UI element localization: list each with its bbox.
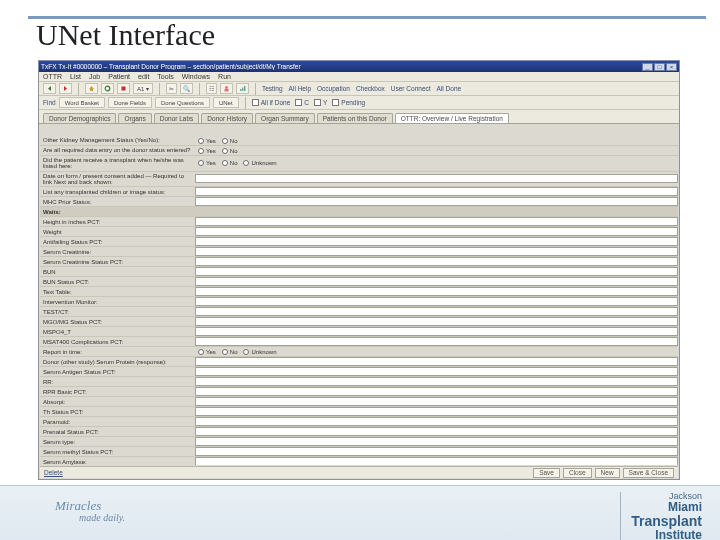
text-input[interactable]	[195, 407, 678, 416]
tab[interactable]: Donor History	[201, 113, 253, 123]
text-input[interactable]	[195, 287, 678, 296]
toolbar-button[interactable]: Done Questions	[155, 97, 210, 108]
menu-ottr[interactable]: OTTR	[43, 73, 62, 80]
text-input[interactable]	[195, 277, 678, 286]
footer-logo: Jackson Miami Transplant Institute	[620, 492, 702, 540]
radio-button[interactable]	[198, 148, 204, 154]
form-row: Absorpt:	[40, 397, 678, 407]
toolbar-checkbox[interactable]: Pending	[332, 99, 365, 106]
tab[interactable]: Organ Summary	[255, 113, 315, 123]
toolbar-checkbox[interactable]: All if Done	[252, 99, 291, 106]
menu-list[interactable]: List	[70, 73, 81, 80]
close-button[interactable]: ×	[666, 63, 677, 71]
toolbar-link[interactable]: Occupation	[317, 85, 350, 92]
text-input[interactable]	[195, 247, 678, 256]
text-input[interactable]	[195, 367, 678, 376]
status-button[interactable]: Close	[563, 468, 592, 478]
radio-button[interactable]	[222, 138, 228, 144]
toolbar-link[interactable]: User Connect	[391, 85, 431, 92]
minimize-button[interactable]: _	[642, 63, 653, 71]
text-input[interactable]	[195, 457, 678, 465]
tab[interactable]: Donor Demographics	[43, 113, 116, 123]
tagline-sub: made daily.	[55, 512, 125, 523]
text-input[interactable]	[195, 197, 678, 206]
search-icon[interactable]: 🔍	[180, 83, 193, 94]
toolbar-link[interactable]: All Help	[289, 85, 311, 92]
text-input[interactable]	[195, 267, 678, 276]
home-icon[interactable]	[85, 83, 98, 94]
field-label: MSPO4_T	[40, 328, 195, 336]
radio-label: Yes	[206, 160, 216, 166]
stop-icon[interactable]	[117, 83, 130, 94]
radio-button[interactable]	[222, 349, 228, 355]
text-input[interactable]	[195, 317, 678, 326]
menu-tools[interactable]: Tools	[157, 73, 173, 80]
radio-button[interactable]	[222, 148, 228, 154]
text-input[interactable]	[195, 447, 678, 456]
cut-icon[interactable]: ✂	[166, 83, 177, 94]
menu-job[interactable]: Job	[89, 73, 100, 80]
toolbar-link[interactable]: All Done	[437, 85, 462, 92]
text-input[interactable]	[195, 427, 678, 436]
text-input[interactable]	[195, 357, 678, 366]
maximize-button[interactable]: □	[654, 63, 665, 71]
text-input[interactable]	[195, 377, 678, 386]
toolbar-button[interactable]: Done Fields	[108, 97, 152, 108]
text-input[interactable]	[195, 257, 678, 266]
text-input[interactable]	[195, 187, 678, 196]
text-input[interactable]	[195, 237, 678, 246]
tab[interactable]: Organs	[118, 113, 151, 123]
radio-button[interactable]	[198, 160, 204, 166]
field-label: Weight	[40, 228, 195, 236]
text-input[interactable]	[195, 387, 678, 396]
status-button[interactable]: Save	[533, 468, 560, 478]
tab[interactable]: Donor Labs	[154, 113, 200, 123]
toolbar-button[interactable]: UNet	[213, 97, 239, 108]
text-input[interactable]	[195, 227, 678, 236]
menu-run[interactable]: Run	[218, 73, 231, 80]
toolbar-link[interactable]: Testing	[262, 85, 283, 92]
chart-icon[interactable]	[236, 83, 249, 94]
back-button[interactable]	[43, 83, 56, 94]
radio-button[interactable]	[198, 349, 204, 355]
form-row: MHC Prior Status:	[40, 197, 678, 207]
field-label: RPR Basic PCT:	[40, 388, 195, 396]
text-input[interactable]	[195, 174, 678, 183]
text-input[interactable]	[195, 337, 678, 346]
radio-button[interactable]	[243, 349, 249, 355]
toolbar-button[interactable]: Word Basket	[59, 97, 105, 108]
radio-button[interactable]	[198, 138, 204, 144]
form-row: Intervention Monitor:	[40, 297, 678, 307]
form-row: Th Status PCT:	[40, 407, 678, 417]
field-label: Absorpt:	[40, 398, 195, 406]
menu-windows[interactable]: Windows	[182, 73, 210, 80]
user-icon[interactable]	[220, 83, 233, 94]
field-label: MSAT400 Complications PCT:	[40, 338, 195, 346]
form-row: Are all required data entry on the donor…	[40, 146, 678, 156]
forward-button[interactable]	[59, 83, 72, 94]
radio-button[interactable]	[243, 160, 249, 166]
toolbar-link[interactable]: Checkbox	[356, 85, 385, 92]
toolbar-checkbox[interactable]: C	[295, 99, 309, 106]
status-button[interactable]: Save & Close	[623, 468, 674, 478]
text-input[interactable]	[195, 397, 678, 406]
menu-edit[interactable]: edit	[138, 73, 149, 80]
address-combo[interactable]: A1 ▾	[133, 83, 153, 94]
menu-patient[interactable]: Patient	[108, 73, 130, 80]
text-input[interactable]	[195, 307, 678, 316]
field-label: Antifailing Status PCT:	[40, 238, 195, 246]
tab[interactable]: OTTR: Overview / Live Registration	[395, 113, 509, 123]
text-input[interactable]	[195, 417, 678, 426]
radio-button[interactable]	[222, 160, 228, 166]
text-input[interactable]	[195, 437, 678, 446]
text-input[interactable]	[195, 327, 678, 336]
toolbar-checkbox[interactable]: Y	[314, 99, 327, 106]
tab[interactable]: Patients on this Donor	[317, 113, 393, 123]
text-input[interactable]	[195, 297, 678, 306]
delete-link[interactable]: Delete	[44, 469, 63, 476]
text-input[interactable]	[195, 217, 678, 226]
form-area[interactable]: Other Kidney Management Status (Yes/No):…	[40, 136, 678, 465]
status-button[interactable]: New	[595, 468, 620, 478]
refresh-icon[interactable]	[101, 83, 114, 94]
new-icon[interactable]: ☷	[206, 83, 217, 94]
